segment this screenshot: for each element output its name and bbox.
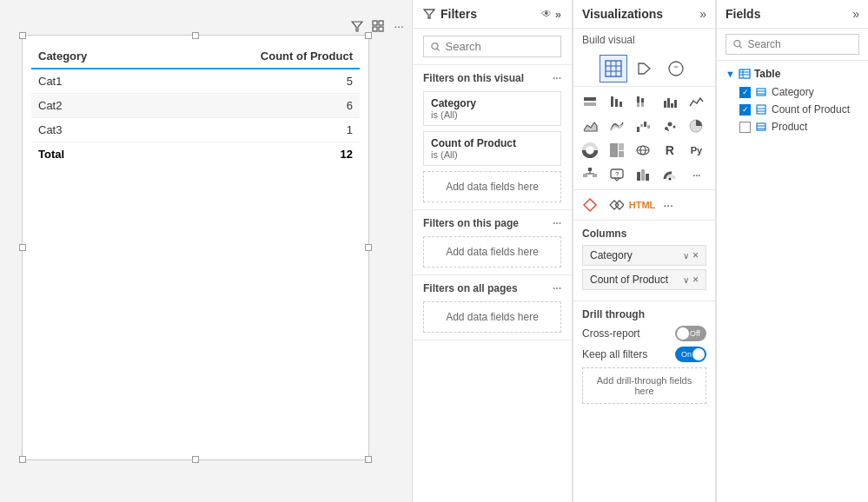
filters-search-box[interactable] bbox=[423, 36, 561, 57]
resize-tl[interactable] bbox=[19, 32, 26, 39]
more-options-icon[interactable]: ··· bbox=[390, 17, 407, 35]
viz-icon-ribbon[interactable] bbox=[606, 115, 628, 137]
svg-point-34 bbox=[667, 129, 669, 131]
svg-rect-38 bbox=[610, 143, 618, 157]
svg-line-58 bbox=[739, 46, 742, 49]
viz-icons-grid-1: R Py ? ··· bbox=[573, 87, 715, 190]
filters-all-pages-more[interactable]: ··· bbox=[553, 282, 561, 294]
resize-tc[interactable] bbox=[192, 32, 199, 39]
viz-icon-diamond[interactable] bbox=[579, 194, 601, 216]
viz-icon-stacked-bar[interactable] bbox=[579, 90, 601, 113]
fields-item-category[interactable]: Category bbox=[722, 83, 863, 101]
keep-filters-toggle[interactable]: On bbox=[675, 347, 706, 362]
svg-rect-54 bbox=[646, 174, 649, 181]
svg-point-13 bbox=[669, 62, 683, 76]
filter-icon[interactable] bbox=[348, 17, 366, 35]
viz-icon-clustered-col[interactable] bbox=[659, 90, 681, 113]
resize-bl[interactable] bbox=[19, 456, 26, 463]
filters-header: Filters 👁 » bbox=[413, 0, 572, 29]
resize-br[interactable] bbox=[365, 456, 372, 463]
filter-card-count[interactable]: Count of Product is (All) bbox=[423, 131, 561, 166]
resize-tr[interactable] bbox=[365, 32, 372, 39]
viz-icon-more[interactable]: ··· bbox=[685, 163, 707, 186]
viz-icon-stacked-bar2[interactable] bbox=[632, 90, 654, 113]
viz-slicer-icon[interactable] bbox=[631, 55, 659, 83]
filters-search-input[interactable] bbox=[446, 40, 553, 53]
resize-ml[interactable] bbox=[19, 244, 26, 251]
add-drillthrough-btn[interactable]: Add drill-through fields here bbox=[582, 367, 706, 404]
filters-title-text: Filters bbox=[441, 7, 477, 21]
viz-smart-icon[interactable] bbox=[662, 55, 690, 83]
fields-table-header[interactable]: ▼ Table bbox=[722, 64, 863, 83]
viz-special-row: HTML ··· bbox=[573, 190, 715, 221]
filters-on-page-header: Filters on this page ··· bbox=[423, 217, 561, 229]
viz-column-count[interactable]: Count of Product ∨ × bbox=[582, 269, 706, 290]
viz-icon-treemap[interactable] bbox=[606, 139, 628, 162]
resize-mr[interactable] bbox=[365, 244, 372, 251]
viz-col-count-remove[interactable]: × bbox=[692, 274, 699, 286]
viz-col-count-chevron[interactable]: ∨ bbox=[683, 275, 689, 285]
viz-expand-icon[interactable]: » bbox=[699, 7, 706, 21]
drillthrough-section: Drill through Cross-report Off Keep all … bbox=[573, 301, 715, 411]
fields-category-checkbox[interactable] bbox=[739, 87, 751, 98]
viz-icon-line[interactable] bbox=[685, 90, 707, 113]
viz-icon-donut[interactable] bbox=[579, 139, 601, 162]
viz-col-cat-remove[interactable]: × bbox=[692, 249, 699, 261]
fields-product-icon bbox=[756, 122, 766, 131]
fields-count-checkbox[interactable] bbox=[739, 104, 751, 116]
fields-header: Fields » bbox=[717, 0, 868, 29]
viz-icon-qa[interactable]: ? bbox=[606, 163, 628, 186]
cross-report-toggle[interactable]: Off bbox=[675, 326, 706, 341]
total-label: Total bbox=[31, 142, 154, 167]
add-page-fields-btn[interactable]: Add data fields here bbox=[423, 236, 561, 268]
resize-bc[interactable] bbox=[192, 456, 199, 463]
viz-table-icon[interactable] bbox=[600, 55, 627, 83]
viz-icon-waterfall[interactable] bbox=[632, 115, 654, 137]
viz-icon-py[interactable]: Py bbox=[685, 139, 707, 162]
fields-search-box[interactable] bbox=[726, 34, 859, 55]
filters-on-visual-more[interactable]: ··· bbox=[553, 72, 561, 84]
table-row-1[interactable]: Cat26 bbox=[31, 94, 360, 118]
add-all-pages-fields-btn[interactable]: Add data fields here bbox=[423, 301, 561, 333]
filters-on-page-section: Filters on this page ··· Add data fields… bbox=[413, 210, 572, 275]
viz-icon-decomp[interactable] bbox=[579, 163, 601, 186]
svg-rect-48 bbox=[583, 174, 587, 177]
focus-icon[interactable] bbox=[369, 17, 387, 35]
table-row-0[interactable]: Cat15 bbox=[31, 69, 360, 94]
filters-lock-icon[interactable]: 👁 bbox=[541, 8, 552, 20]
svg-rect-40 bbox=[619, 151, 624, 157]
visualizations-panel: Visualizations » Build visual bbox=[573, 0, 716, 502]
fields-item-count[interactable]: Count of Product bbox=[722, 101, 863, 118]
fields-chevron-icon: ▼ bbox=[726, 69, 735, 79]
add-visual-fields-btn[interactable]: Add data fields here bbox=[423, 171, 561, 202]
viz-header: Visualizations » bbox=[573, 0, 715, 29]
filters-expand-icon[interactable]: » bbox=[555, 8, 561, 21]
fields-panel: Fields » ▼ Table Category bbox=[716, 0, 868, 502]
svg-rect-26 bbox=[674, 100, 677, 108]
viz-icon-r[interactable]: R bbox=[659, 139, 681, 162]
viz-icon-area[interactable] bbox=[579, 115, 601, 137]
filter-card-category[interactable]: Category is (All) bbox=[423, 91, 561, 126]
viz-icon-scatter[interactable] bbox=[659, 115, 681, 137]
filters-on-page-more[interactable]: ··· bbox=[553, 217, 561, 229]
viz-icon-pie[interactable] bbox=[685, 115, 707, 137]
viz-icon-map[interactable] bbox=[632, 139, 654, 162]
viz-icon-gauge[interactable] bbox=[659, 163, 681, 186]
filter-panel-icon bbox=[423, 8, 435, 20]
viz-col-cat-chevron[interactable]: ∨ bbox=[683, 251, 689, 261]
fields-item-product[interactable]: Product bbox=[722, 118, 863, 135]
table-row-2[interactable]: Cat31 bbox=[31, 118, 360, 142]
viz-icon-clustered-bar[interactable] bbox=[606, 90, 628, 113]
viz-icon-ellipsis[interactable]: ··· bbox=[657, 194, 679, 216]
fields-expand-icon[interactable]: » bbox=[852, 7, 859, 21]
viz-column-category[interactable]: Category ∨ × bbox=[582, 245, 706, 266]
filters-title: Filters bbox=[423, 7, 477, 21]
viz-icon-arrows[interactable] bbox=[605, 194, 627, 216]
filter-count-value: is (All) bbox=[431, 149, 553, 160]
viz-icon-html[interactable]: HTML bbox=[631, 194, 653, 216]
fields-product-checkbox[interactable] bbox=[739, 122, 751, 133]
col-header-count[interactable]: Count of Product bbox=[154, 44, 360, 69]
fields-search-input[interactable] bbox=[748, 38, 851, 50]
col-header-category[interactable]: Category bbox=[31, 44, 154, 69]
viz-icon-kpi[interactable] bbox=[632, 163, 654, 186]
